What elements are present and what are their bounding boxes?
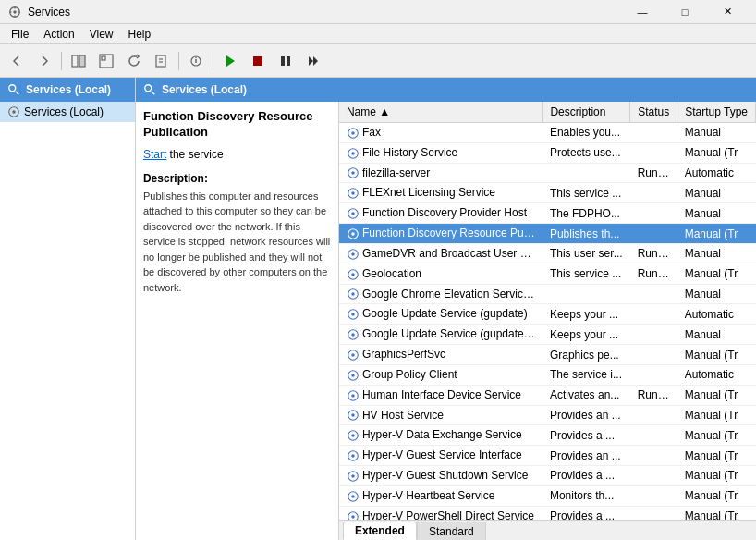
cell-status — [630, 304, 677, 325]
table-row[interactable]: File History Service Protects use... Man… — [339, 142, 756, 163]
services-list-table: Name ▲ Description Status Startup Type F… — [339, 102, 756, 520]
stop-button[interactable] — [245, 48, 271, 74]
table-row[interactable]: Hyper-V Guest Service Interface Provides… — [339, 446, 756, 466]
table-row[interactable]: Google Update Service (gupdatem) Keeps y… — [339, 325, 756, 345]
show-hide-button[interactable] — [66, 48, 91, 74]
scope-icon — [99, 54, 114, 68]
svg-point-53 — [351, 374, 355, 377]
table-row[interactable]: Function Discovery Resource Publi... Pub… — [339, 224, 756, 244]
table-row[interactable]: Hyper-V Guest Shutdown Service Provides … — [339, 466, 756, 486]
table-row[interactable]: Group Policy Client The service i... Aut… — [339, 364, 756, 385]
cell-name: Google Update Service (gupdatem) — [339, 325, 543, 345]
cell-name: Google Chrome Elevation Service (... — [339, 284, 543, 304]
cell-desc: Monitors th... — [543, 485, 630, 506]
svg-marker-21 — [313, 56, 318, 66]
pause-button[interactable] — [273, 48, 299, 74]
cell-status — [630, 142, 677, 163]
svg-point-65 — [351, 495, 355, 498]
table-row[interactable]: Hyper-V Heartbeat Service Monitors th...… — [339, 485, 756, 506]
menu-file[interactable]: File — [4, 24, 36, 44]
table-row[interactable]: Fax Enables you... Manual — [339, 123, 756, 143]
tab-standard[interactable]: Standard — [417, 522, 486, 540]
title-bar: Services — □ ✕ — [0, 0, 756, 24]
cell-name: GameDVR and Broadcast User Servi... — [339, 243, 543, 264]
svg-point-25 — [12, 110, 16, 114]
export-icon — [154, 54, 169, 68]
table-row[interactable]: Hyper-V PowerShell Direct Service Provid… — [339, 506, 756, 520]
sidebar-item-services-local[interactable]: Services (Local) — [0, 102, 135, 122]
start-service-link[interactable]: Start — [143, 148, 166, 161]
table-row[interactable]: Google Update Service (gupdate) Keeps yo… — [339, 304, 756, 325]
services-table[interactable]: Name ▲ Description Status Startup Type F… — [339, 102, 756, 520]
cell-startup: Manual (Tr — [677, 345, 756, 365]
service-row-icon — [347, 328, 360, 341]
tab-extended[interactable]: Extended — [343, 522, 417, 540]
cell-status: Running — [630, 163, 677, 183]
table-row[interactable]: Google Chrome Elevation Service (... Man… — [339, 284, 756, 304]
table-row[interactable]: Geolocation This service ... Running Man… — [339, 264, 756, 284]
back-button[interactable] — [4, 48, 30, 74]
window-controls: — □ ✕ — [621, 0, 749, 24]
cell-startup: Manual (Tr — [677, 264, 756, 284]
table-row[interactable]: GameDVR and Broadcast User Servi... This… — [339, 243, 756, 264]
detail-desc-label: Description: — [143, 172, 331, 185]
cell-startup: Manual (Tr — [677, 385, 756, 405]
table-row[interactable]: filezilla-server Running Automatic — [339, 163, 756, 183]
svg-point-45 — [351, 293, 355, 297]
detail-panel: Function Discovery Resource Publication … — [136, 102, 339, 540]
svg-rect-17 — [253, 56, 262, 66]
properties-button[interactable] — [183, 48, 209, 74]
cell-name: Function Discovery Provider Host — [339, 203, 543, 224]
service-row-icon — [347, 288, 360, 301]
service-row-icon — [347, 187, 360, 200]
cell-desc: Publishes th... — [543, 224, 630, 244]
service-row-icon — [347, 409, 360, 422]
service-row-icon — [347, 308, 360, 321]
cell-desc: Provides a ... — [543, 506, 630, 520]
svg-rect-6 — [72, 55, 78, 67]
col-header-desc[interactable]: Description — [543, 102, 630, 123]
scope-button[interactable] — [93, 48, 119, 74]
table-row[interactable]: Human Interface Device Service Activates… — [339, 385, 756, 405]
cell-name: filezilla-server — [339, 163, 543, 183]
restart-button[interactable] — [300, 48, 326, 74]
export-button[interactable] — [149, 48, 175, 74]
bottom-tabs: Extended Standard — [339, 520, 756, 540]
minimize-button[interactable]: — — [621, 0, 664, 24]
cell-status — [630, 405, 677, 425]
cell-desc: This user ser... — [543, 243, 630, 264]
menu-view[interactable]: View — [82, 24, 121, 44]
cell-name: Function Discovery Resource Publi... — [339, 224, 543, 244]
play-icon — [223, 54, 238, 68]
table-row[interactable]: GraphicsPerfSvc Graphics pe... Manual (T… — [339, 345, 756, 365]
forward-button[interactable] — [31, 48, 57, 74]
cell-startup: Manual (Tr — [677, 506, 756, 520]
service-row-icon — [347, 127, 360, 140]
right-panel: Services (Local) Function Discovery Reso… — [136, 78, 756, 540]
menu-help[interactable]: Help — [121, 24, 159, 44]
refresh-icon — [127, 54, 141, 68]
cell-name: FLEXnet Licensing Service — [339, 183, 543, 203]
close-button[interactable]: ✕ — [706, 0, 749, 24]
table-row[interactable]: HV Host Service Provides an ... Manual (… — [339, 405, 756, 425]
cell-startup: Manual (Tr — [677, 425, 756, 446]
service-row-icon — [347, 349, 360, 362]
services-icon — [7, 105, 20, 118]
table-row[interactable]: Function Discovery Provider Host The FDP… — [339, 203, 756, 224]
sidebar-item-label: Services (Local) — [24, 105, 104, 118]
col-header-name[interactable]: Name ▲ — [339, 102, 543, 123]
svg-point-26 — [145, 85, 152, 92]
cell-status — [630, 425, 677, 446]
refresh-button[interactable] — [121, 48, 147, 74]
menu-action[interactable]: Action — [36, 24, 81, 44]
cell-status — [630, 325, 677, 345]
cell-name: File History Service — [339, 142, 543, 163]
svg-marker-16 — [226, 55, 235, 67]
table-row[interactable]: FLEXnet Licensing Service This service .… — [339, 183, 756, 203]
svg-point-59 — [351, 435, 355, 438]
col-header-startup[interactable]: Startup Type — [677, 102, 756, 123]
play-button[interactable] — [217, 48, 243, 74]
col-header-status[interactable]: Status — [630, 102, 677, 123]
maximize-button[interactable]: □ — [664, 0, 706, 24]
table-row[interactable]: Hyper-V Data Exchange Service Provides a… — [339, 425, 756, 446]
